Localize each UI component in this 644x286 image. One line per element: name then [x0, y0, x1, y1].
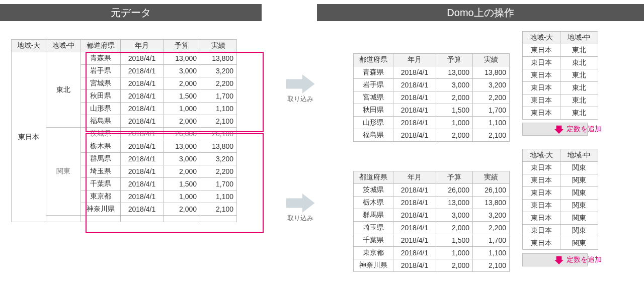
table-header-row: 地域-大 地域-中 — [523, 149, 598, 162]
table-row: 東日本東北 — [523, 107, 598, 120]
table-row: 秋田県2018/4/11,5001,700 — [354, 104, 510, 117]
cell: 東京都 — [81, 190, 121, 203]
cell: 秋田県 — [354, 104, 393, 117]
col-date: 年月 — [121, 40, 164, 52]
cell: 関東 — [560, 237, 598, 250]
cell: 茨城県 — [81, 128, 121, 140]
cell: 1,100 — [200, 103, 237, 115]
table-row: 東日本関東 — [523, 162, 598, 174]
cell: 2,000 — [164, 165, 200, 178]
cell: 2,000 — [436, 91, 473, 104]
cell: 13,000 — [436, 66, 473, 79]
table-row: 東日本関東 — [523, 237, 598, 250]
cell: 2018/4/1 — [121, 115, 164, 128]
cell: 2018/4/1 — [393, 197, 436, 209]
cell: 1,000 — [164, 190, 200, 203]
cell: 2,000 — [164, 203, 200, 216]
col-region-big: 地域-大 — [523, 149, 560, 162]
cell: 東北 — [560, 57, 598, 69]
arrow-down-icon — [554, 255, 564, 264]
cell: 東北 — [560, 82, 598, 94]
cell: 2018/4/1 — [393, 234, 436, 247]
cell: 東日本 — [523, 69, 560, 82]
table-row: 東日本東北青森県2018/4/113,00013,800 — [12, 52, 237, 65]
table-header-row: 都道府県 年月 予算 実績 — [354, 54, 510, 66]
cell: 26,100 — [473, 184, 510, 197]
col-pref: 都道府県 — [81, 40, 121, 52]
table-row: 東日本東北 — [523, 69, 598, 82]
banner-domo: Domo上の操作 — [317, 4, 644, 21]
cell: 東日本 — [523, 107, 560, 120]
col-region-mid: 地域-中 — [46, 40, 81, 52]
col-region-big: 地域-大 — [12, 40, 46, 52]
cell: 2018/4/1 — [121, 178, 164, 190]
import-table-tohoku: 都道府県 年月 予算 実績 青森県2018/4/113,00013,800岩手県… — [353, 53, 510, 142]
col-region-mid: 地域-中 — [560, 149, 598, 162]
table-row: 東日本関東 — [523, 200, 598, 212]
cell: 2018/4/1 — [393, 209, 436, 222]
table-row: 群馬県2018/4/13,0003,200 — [354, 209, 510, 222]
cell-region-mid: 関東 — [46, 128, 81, 216]
cell: 2,000 — [164, 115, 200, 128]
cell: 2018/4/1 — [121, 153, 164, 165]
cell: 茨城県 — [354, 184, 393, 197]
arrow-import-top — [286, 74, 315, 93]
cell: 1,700 — [473, 104, 510, 117]
cell: 2018/4/1 — [393, 66, 436, 79]
cell: 栃木県 — [354, 197, 393, 209]
table-row: 神奈川県2018/4/12,0002,100 — [354, 259, 510, 272]
table-row: 東日本関東 — [523, 174, 598, 187]
cell: 東日本 — [523, 44, 560, 57]
cell: 1,000 — [164, 103, 200, 115]
cell: 3,200 — [473, 79, 510, 91]
cell: 3,200 — [473, 209, 510, 222]
cell: 宮城県 — [354, 91, 393, 104]
cell: 1,500 — [164, 178, 200, 190]
col-date: 年月 — [393, 171, 436, 184]
cell-region-big: 東日本 — [12, 52, 46, 222]
cell: 3,000 — [436, 209, 473, 222]
cell: 3,200 — [200, 153, 237, 165]
table-row: 東日本関東 — [523, 212, 598, 225]
cell: 群馬県 — [81, 153, 121, 165]
cell: 2018/4/1 — [121, 140, 164, 153]
cell: 福島県 — [354, 129, 393, 142]
cell: 1,100 — [200, 190, 237, 203]
cell: 13,000 — [164, 140, 200, 153]
cell: 2018/4/1 — [393, 222, 436, 234]
cell: 東日本 — [523, 225, 560, 237]
cell: 関東 — [560, 212, 598, 225]
cell: 東日本 — [523, 237, 560, 250]
cell: 2018/4/1 — [121, 103, 164, 115]
region-table-kanto: 地域-大 地域-中 東日本関東東日本関東東日本関東東日本関東東日本関東東日本関東… — [522, 149, 598, 250]
cell: 13,800 — [473, 197, 510, 209]
cell: 福島県 — [81, 115, 121, 128]
table-row: 栃木県2018/4/113,00013,800 — [354, 197, 510, 209]
cell: 2018/4/1 — [121, 165, 164, 178]
cell: 2,100 — [473, 129, 510, 142]
cell: 13,800 — [200, 52, 237, 65]
cell: 山形県 — [81, 103, 121, 115]
cell: 1,500 — [436, 234, 473, 247]
cell: 関東 — [560, 162, 598, 174]
cell: 3,200 — [200, 65, 237, 77]
table-row: 茨城県2018/4/126,00026,100 — [354, 184, 510, 197]
cell: 関東 — [560, 200, 598, 212]
cell: 2018/4/1 — [121, 65, 164, 77]
cell: 2,200 — [200, 165, 237, 178]
cell: 1,100 — [473, 117, 510, 129]
cell: 2,200 — [473, 91, 510, 104]
cell: 東日本 — [523, 174, 560, 187]
cell: 東日本 — [523, 162, 560, 174]
cell: 秋田県 — [81, 90, 121, 103]
cell: 東北 — [560, 44, 598, 57]
source-table: 地域-大 地域-中 都道府県 年月 予算 実績 東日本東北青森県2018/4/1… — [11, 39, 237, 222]
add-constant-label: 定数を追加 — [567, 255, 602, 264]
cell: 2018/4/1 — [393, 104, 436, 117]
cell: 2018/4/1 — [121, 190, 164, 203]
table-row: 山形県2018/4/11,0001,100 — [354, 117, 510, 129]
cell: 2,000 — [436, 129, 473, 142]
col-region-big: 地域-大 — [523, 32, 560, 44]
cell: 岩手県 — [354, 79, 393, 91]
cell: 3,000 — [436, 79, 473, 91]
